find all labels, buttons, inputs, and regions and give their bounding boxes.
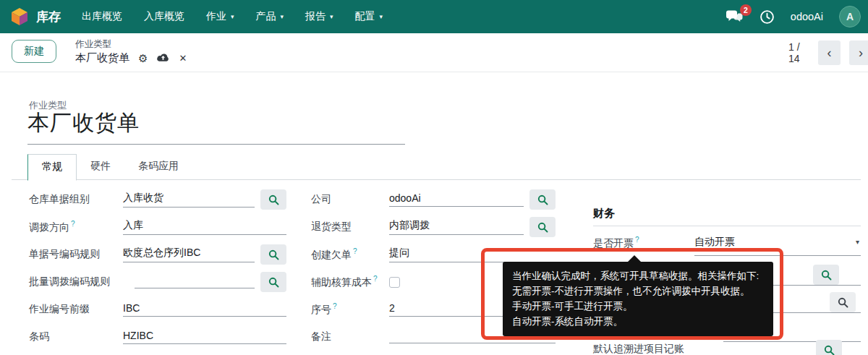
activities-button[interactable] [760,9,775,25]
tooltip-line: 手动开票-可手工进行开票。 [512,299,764,314]
gear-icon[interactable]: ⚙ [138,53,148,64]
breadcrumb-current: 本厂收货单 [75,51,129,64]
clock-icon [760,9,775,25]
search-icon [268,277,279,288]
field-row-company: 公司 odooAi [311,186,556,213]
nav-item-products[interactable]: 产品▾ [245,0,295,33]
tooltip-line: 自动开票-系统自动开票。 [512,314,764,329]
pager-next-button[interactable]: › [849,40,868,65]
nav-item-outgoing-overview[interactable]: 出库概览 [71,0,133,33]
chevron-down-icon: ▾ [380,13,383,20]
chevron-down-icon[interactable]: ▾ [856,238,859,246]
search-button[interactable] [260,244,286,265]
breadcrumb-parent-link[interactable]: 作业类型 [75,39,111,49]
chevron-left-icon: ‹ [827,46,832,61]
field-label: 批量调拨编码规则 [29,275,110,287]
field-row-operation-prefix: 作业编号前缀 IBC [29,296,286,323]
inventory-app-icon[interactable] [10,7,29,26]
field-label: 退货类型 [311,221,352,232]
tab-hardware[interactable]: 硬件 [77,154,124,180]
field-label: 备注 [311,330,331,342]
chevron-right-icon: › [859,46,863,61]
new-button[interactable]: 新建 [12,40,56,63]
field-label: 辅助核算成本 [311,276,372,288]
help-icon[interactable]: ? [333,302,337,310]
search-button[interactable] [260,272,286,292]
field-row-doc-sequence: 单据号编码规则 欧度总仓序列IBC [29,241,286,268]
messages-count-badge: 2 [740,4,752,16]
page-title[interactable]: 本厂收货单 [27,108,140,138]
tooltip-line: 无需开票-不进行开票操作，也不允许调拨中开具收据。 [512,283,764,299]
nav-item-incoming-overview[interactable]: 入库概览 [133,0,195,33]
doc-group-input[interactable]: 入库收货 [123,192,255,208]
search-icon [537,222,548,233]
doc-sequence-input[interactable]: 欧度总仓序列IBC [123,247,255,262]
field-label: 默认追溯进项目记账 [593,343,684,355]
barcode-input[interactable]: HZIBC [123,330,286,344]
notebook-tabs: 常规 硬件 条码应用 [27,154,192,180]
cloud-save-icon[interactable] [156,53,170,63]
inventory-app-window: 库存 出库概览 入库概览 作业▾ 产品▾ 报告▾ 配置▾ 2 odooAi A [0,0,868,355]
field-row-invoicing: 是否开票? 自动开票 ▾ [593,236,861,256]
create-backorder-select[interactable]: 提问 [389,247,556,262]
field-label: 仓库单据组别 [29,193,90,205]
search-button[interactable] [830,292,856,312]
form-sheet: 作业类型 本厂收货单 常规 硬件 条码应用 仓库单据组别 入库收货 调拨方向? … [0,72,868,355]
field-help-tooltip: 当作业确认完成时，系统可开具草稿收据。相关操作如下: 无需开票-不进行开票操作，… [503,262,773,336]
messages-button[interactable]: 2 [726,9,744,24]
help-icon[interactable]: ? [353,247,357,255]
search-button[interactable] [529,189,556,210]
field-label: 创建欠单 [311,249,352,260]
nav-item-reporting[interactable]: 报告▾ [294,0,344,33]
field-label: 单据号编码规则 [29,248,100,260]
nav-item-configuration[interactable]: 配置▾ [344,0,394,33]
tooltip-line: 当作业确认完成时，系统可开具草稿收据。相关操作如下: [512,268,764,283]
field-label: 条码 [29,330,49,342]
app-name[interactable]: 库存 [36,9,61,25]
field-label: 序号 [311,304,331,315]
avatar[interactable]: A [839,6,861,27]
field-label: 是否开票 [593,237,634,249]
search-button[interactable] [816,340,842,355]
field-row-tracking-account: 默认追溯进项目记账 [593,343,861,355]
financial-section-header: 财务 [593,207,861,226]
field-label: 调拨方向 [29,221,69,233]
field-row-batch-sequence: 批量调拨编码规则 [29,268,286,296]
nav-item-operations[interactable]: 作业▾ [195,0,245,33]
landed-cost-checkbox[interactable] [389,277,400,288]
tooltip-arrow [627,255,642,262]
company-input[interactable]: odooAi [389,192,524,207]
title-underline [27,144,405,145]
invoicing-select[interactable]: 自动开票 [694,236,735,249]
left-field-column: 仓库单据组别 入库收货 调拨方向? 入库 单据号编码规则 欧度总仓序列IBC 批… [29,186,286,351]
field-row-return-type: 退货类型 内部调拨 [311,213,556,241]
help-icon[interactable]: ? [373,275,378,283]
chevron-down-icon: ▾ [281,13,284,20]
breadcrumb: 作业类型 本厂收货单 ⚙ ✕ [75,37,187,64]
help-icon[interactable]: ? [635,236,639,244]
transfer-direction-input[interactable]: 入库 [123,219,286,235]
field-label: 公司 [311,193,331,205]
tab-general[interactable]: 常规 [27,154,77,181]
field-row-barcode: 条码 HZIBC [29,323,286,351]
search-icon [537,194,548,205]
top-navbar: 库存 出库概览 入库概览 作业▾ 产品▾ 报告▾ 配置▾ 2 odooAi A [0,0,868,33]
tab-barcode-app[interactable]: 条码应用 [124,154,192,180]
discard-close-icon[interactable]: ✕ [179,54,187,63]
batch-sequence-input[interactable] [135,275,255,288]
operation-prefix-input[interactable]: IBC [123,302,286,317]
search-button[interactable] [813,265,839,285]
user-menu[interactable]: odooAi [791,11,823,22]
field-row-transfer-direction: 调拨方向? 入库 [29,213,286,241]
return-type-input[interactable]: 内部调拨 [389,219,524,235]
chevron-down-icon: ▾ [330,13,333,20]
search-icon [824,345,835,355]
help-icon[interactable]: ? [71,220,75,228]
search-icon [838,297,848,308]
search-icon [821,270,832,281]
pager-counter: 1 / 14 [788,41,809,64]
search-button[interactable] [260,189,286,210]
search-button[interactable] [529,217,556,237]
field-row-doc-group: 仓库单据组别 入库收货 [29,186,286,213]
pager-previous-button[interactable]: ‹ [818,40,841,65]
